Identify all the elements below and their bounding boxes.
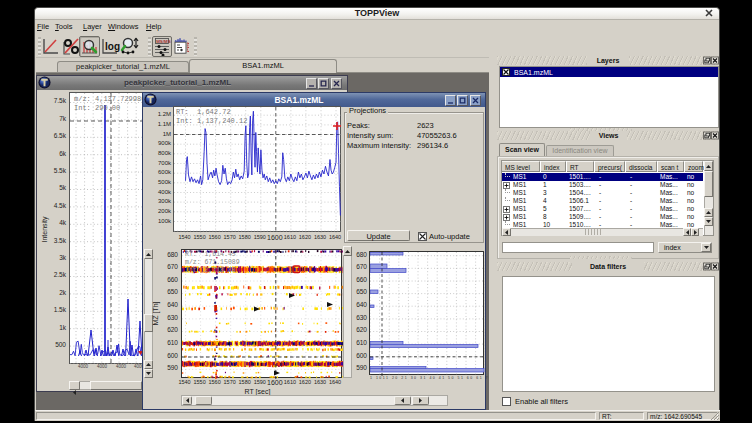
svg-text:log: log bbox=[105, 41, 120, 52]
svg-text:MS/MS: MS/MS bbox=[156, 39, 170, 44]
